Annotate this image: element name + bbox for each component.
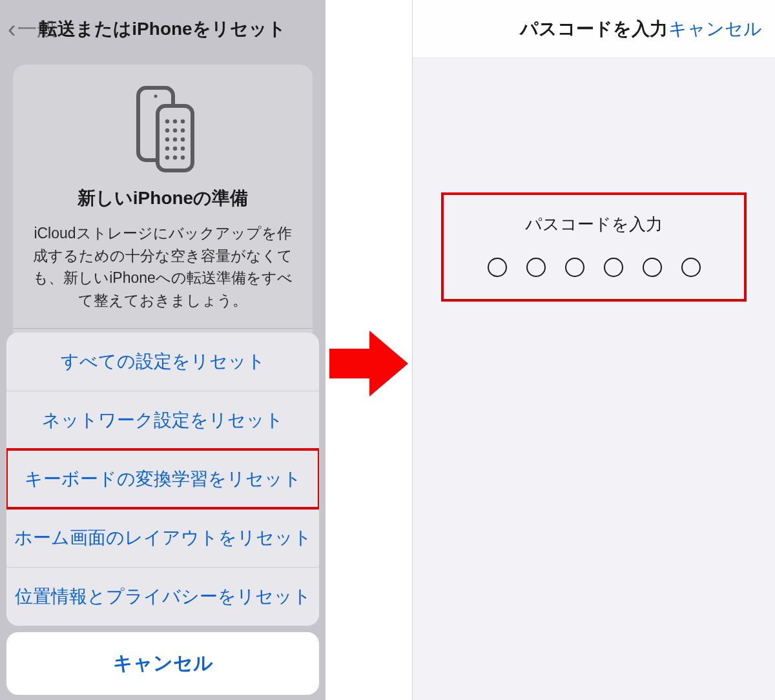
svg-point-6 xyxy=(165,129,169,132)
sheet-item-3[interactable]: ホーム画面のレイアウトをリセット xyxy=(6,508,319,567)
svg-point-3 xyxy=(165,119,169,123)
passcode-dot xyxy=(488,258,507,277)
sheet-item-1[interactable]: ネットワーク設定をリセット xyxy=(6,391,319,449)
svg-point-7 xyxy=(173,129,177,132)
passcode-dots xyxy=(450,258,738,277)
passcode-dot xyxy=(526,258,546,277)
svg-point-15 xyxy=(165,156,169,160)
nav-bar: パスコードを入力 キャンセル xyxy=(413,0,775,58)
chevron-left-icon: ‹ xyxy=(8,17,16,41)
passcode-dot xyxy=(681,258,701,277)
sheet-item-4[interactable]: 位置情報とプライバシーをリセット xyxy=(6,567,319,626)
svg-point-13 xyxy=(173,147,177,150)
card-body: iCloudストレージにバックアップを作成するための十分な空き容量がなくても、新… xyxy=(28,222,297,311)
svg-point-5 xyxy=(181,119,185,123)
card-title: 新しいiPhoneの準備 xyxy=(28,186,297,211)
settings-reset-screen: ‹ 一般 転送またはiPhoneをリセット 新 xyxy=(0,0,326,700)
cancel-button[interactable]: キャンセル xyxy=(668,17,762,41)
devices-icon xyxy=(124,84,202,174)
svg-point-1 xyxy=(154,95,158,98)
svg-point-11 xyxy=(181,138,185,141)
sheet-item-0[interactable]: すべての設定をリセット xyxy=(6,333,319,391)
passcode-dot xyxy=(565,258,584,277)
passcode-entry-screen: パスコードを入力 キャンセル パスコードを入力 xyxy=(412,0,775,700)
svg-point-4 xyxy=(173,119,177,123)
page-title: 転送またはiPhoneをリセット xyxy=(39,17,285,41)
svg-marker-18 xyxy=(329,331,408,396)
svg-point-8 xyxy=(181,129,185,132)
passcode-prompt: パスコードを入力 xyxy=(450,213,738,236)
svg-point-12 xyxy=(165,147,169,150)
passcode-dot xyxy=(604,258,623,277)
passcode-dot xyxy=(643,258,662,277)
sheet-options: すべての設定をリセットネットワーク設定をリセットキーボードの変換学習をリセットホ… xyxy=(6,333,319,626)
svg-point-17 xyxy=(181,156,185,160)
page-title: パスコードを入力 xyxy=(520,17,668,41)
passcode-entry[interactable]: パスコードを入力 xyxy=(444,195,744,299)
sheet-item-2[interactable]: キーボードの変換学習をリセット xyxy=(6,449,319,508)
svg-point-10 xyxy=(173,138,177,141)
svg-point-16 xyxy=(173,156,177,160)
nav-bar: ‹ 一般 転送またはiPhoneをリセット xyxy=(0,0,326,58)
svg-point-14 xyxy=(181,147,185,150)
reset-action-sheet: すべての設定をリセットネットワーク設定をリセットキーボードの変換学習をリセットホ… xyxy=(6,333,319,695)
sheet-cancel-button[interactable]: キャンセル xyxy=(6,632,319,695)
svg-point-9 xyxy=(165,138,169,141)
arrow-right-icon xyxy=(329,331,408,396)
